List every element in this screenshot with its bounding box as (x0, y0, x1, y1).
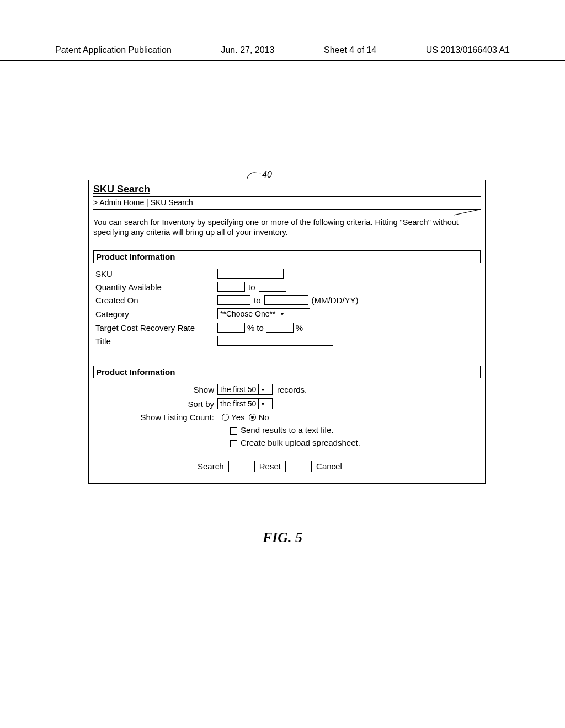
panel-title-row: SKU Search (93, 184, 481, 197)
divider-line (93, 209, 481, 210)
select-sortby-value: the first 50 (218, 399, 258, 409)
created-to-label: to (254, 296, 261, 305)
checkbox-send-text-label: Send results to a text file. (241, 425, 333, 435)
radio-yes-label: Yes (231, 413, 244, 422)
input-rate-to[interactable] (266, 323, 294, 333)
header-sheet: Sheet 4 of 14 (324, 45, 376, 55)
checkbox-bulk-upload[interactable] (230, 440, 237, 447)
label-sortby: Sort by (93, 399, 217, 409)
chevron-down-icon: ▾ (278, 309, 286, 319)
show-suffix: records. (277, 385, 307, 394)
page-header: Patent Application Publication Jun. 27, … (0, 45, 565, 61)
cancel-button[interactable]: Cancel (311, 461, 347, 472)
created-hint: (MM/DD/YY) (312, 296, 359, 305)
label-quantity: Quantity Available (93, 282, 217, 292)
input-rate-from[interactable] (217, 323, 245, 333)
label-category: Category (93, 309, 217, 319)
input-created-to[interactable] (264, 295, 308, 305)
header-left: Patent Application Publication (55, 45, 172, 55)
pct-1: % (247, 323, 254, 333)
breadcrumb-current: SKU Search (151, 198, 193, 207)
section-product-info-2: Product Information (93, 366, 481, 378)
row-bulk-upload: Create bulk upload spreadsheet. (230, 438, 481, 447)
panel-title: SKU Search (93, 184, 150, 195)
row-send-text: Send results to a text file. (230, 425, 481, 435)
row-listing-count: Show Listing Count: Yes No (93, 413, 481, 422)
checkbox-bulk-upload-label: Create bulk upload spreadsheet. (241, 438, 360, 447)
label-title: Title (93, 336, 217, 346)
select-show[interactable]: the first 50 ▾ (217, 384, 273, 395)
checkbox-send-text[interactable] (230, 427, 237, 435)
row-created-on: Created On to (MM/DD/YY) (93, 295, 481, 305)
select-show-value: the first 50 (218, 384, 258, 394)
input-qty-to[interactable] (259, 282, 286, 292)
select-category[interactable]: **Choose One** ▾ (217, 308, 310, 319)
row-show: Show the first 50 ▾ records. (93, 384, 481, 395)
select-sortby[interactable]: the first 50 ▾ (217, 398, 273, 409)
radio-listing-no[interactable] (249, 414, 256, 421)
input-sku[interactable] (217, 269, 284, 279)
section-product-info-1: Product Information (93, 250, 481, 263)
header-pubnum: US 2013/0166403 A1 (426, 45, 510, 55)
row-recovery-rate: Target Cost Recovery Rate % to % (93, 323, 481, 333)
radio-listing-yes[interactable] (222, 414, 229, 421)
rate-to-label: to (257, 323, 264, 333)
input-qty-from[interactable] (217, 282, 245, 292)
reset-button[interactable]: Reset (254, 461, 286, 472)
header-date: Jun. 27, 2013 (221, 45, 274, 55)
label-created: Created On (93, 296, 217, 305)
radio-no-label: No (258, 413, 269, 422)
label-sku: SKU (93, 269, 217, 279)
label-listing-count: Show Listing Count: (93, 413, 217, 422)
chevron-down-icon: ▾ (258, 384, 267, 394)
input-title[interactable] (217, 336, 333, 346)
label-rate: Target Cost Recovery Rate (93, 323, 217, 333)
figure-caption: FIG. 5 (0, 529, 565, 546)
callout-leader-line (247, 172, 260, 180)
row-category: Category **Choose One** ▾ (93, 308, 481, 319)
breadcrumb-home-link[interactable]: Admin Home (99, 198, 144, 207)
select-category-value: **Choose One** (218, 309, 278, 319)
label-show: Show (93, 385, 217, 394)
breadcrumb: > Admin Home | SKU Search (93, 198, 481, 207)
sku-search-panel: SKU Search > Admin Home | SKU Search You… (88, 180, 486, 484)
search-button[interactable]: Search (193, 461, 229, 472)
breadcrumb-prefix: > (93, 198, 99, 207)
qty-to-label: to (248, 282, 255, 292)
callout-number: 40 (262, 170, 272, 180)
button-row: Search Reset Cancel (193, 461, 481, 472)
row-quantity: Quantity Available to (93, 282, 481, 292)
input-created-from[interactable] (217, 295, 250, 305)
row-sku: SKU (93, 269, 481, 279)
row-title: Title (93, 336, 481, 346)
row-sortby: Sort by the first 50 ▾ (93, 398, 481, 409)
pct-2: % (296, 323, 303, 333)
intro-text: You can search for Inventory by specifyi… (93, 217, 481, 237)
chevron-down-icon: ▾ (258, 399, 267, 409)
breadcrumb-separator: | (144, 198, 150, 207)
